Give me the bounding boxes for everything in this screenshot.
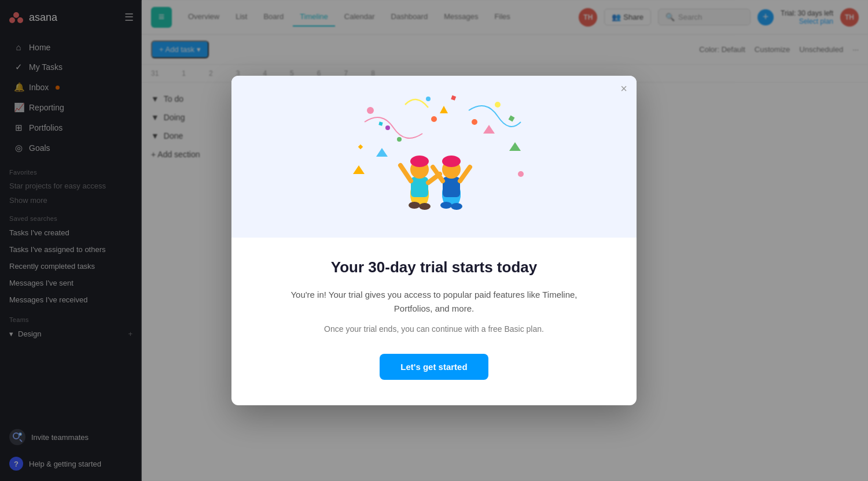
modal-close-button[interactable]: × xyxy=(620,83,627,94)
modal-body: Your 30-day trial starts today You're in… xyxy=(231,238,637,405)
svg-rect-23 xyxy=(411,177,428,197)
svg-line-35 xyxy=(460,167,470,181)
svg-rect-14 xyxy=(358,145,363,149)
svg-point-9 xyxy=(495,102,501,108)
modal-description: You're in! Your trial gives you access t… xyxy=(259,288,609,316)
trial-modal: × xyxy=(231,76,637,405)
modal-cta-button[interactable]: Let's get started xyxy=(380,354,488,380)
modal-description-2: Once your trial ends, you can continue w… xyxy=(259,323,609,335)
modal-illustration xyxy=(231,76,637,238)
celebration-illustration xyxy=(336,87,532,226)
svg-point-37 xyxy=(442,156,461,167)
svg-point-27 xyxy=(410,156,429,167)
svg-marker-17 xyxy=(483,125,495,134)
svg-rect-42 xyxy=(378,121,382,125)
svg-rect-13 xyxy=(509,115,515,121)
svg-point-39 xyxy=(451,203,462,210)
modal-title: Your 30-day trial starts today xyxy=(259,258,609,276)
svg-rect-33 xyxy=(443,177,460,197)
svg-marker-19 xyxy=(509,142,521,151)
svg-point-12 xyxy=(385,125,390,130)
modal-overlay[interactable]: × xyxy=(0,0,868,481)
svg-marker-44 xyxy=(440,106,448,113)
svg-point-29 xyxy=(419,203,431,210)
svg-point-41 xyxy=(397,137,402,142)
svg-marker-18 xyxy=(353,165,365,174)
svg-point-43 xyxy=(518,171,524,177)
svg-point-11 xyxy=(472,119,477,125)
svg-point-38 xyxy=(440,202,452,209)
svg-point-8 xyxy=(367,107,374,114)
svg-marker-16 xyxy=(376,148,388,157)
svg-point-10 xyxy=(426,97,431,101)
svg-line-24 xyxy=(400,165,411,181)
svg-point-40 xyxy=(431,116,437,122)
svg-rect-15 xyxy=(451,95,456,101)
svg-point-28 xyxy=(409,202,420,209)
